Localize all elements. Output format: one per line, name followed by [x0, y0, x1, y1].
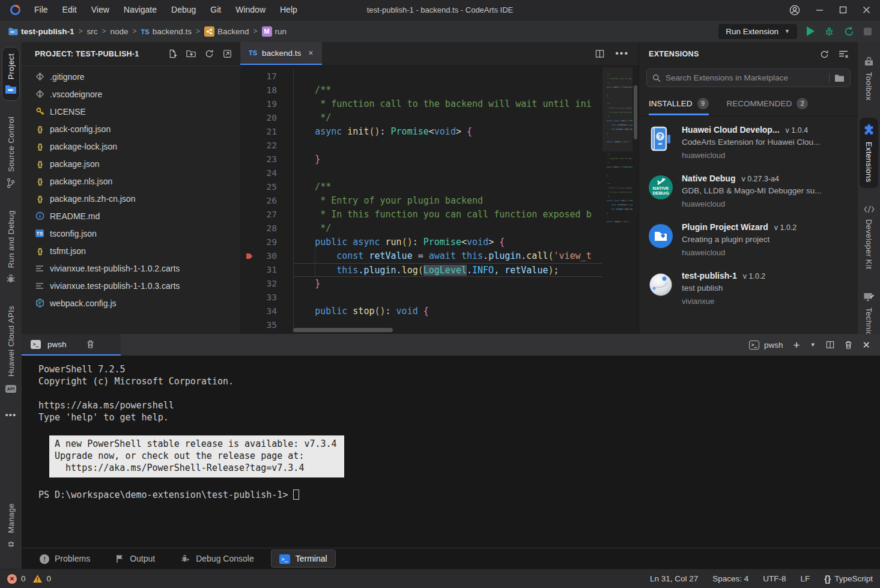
restart-button[interactable]	[844, 26, 854, 37]
line-gutter[interactable]: 23	[240, 153, 293, 166]
terminal-dropdown-icon[interactable]: ▼	[810, 342, 816, 348]
file-item-vivianxue-test-publish-1-1-0-3-carts[interactable]: vivianxue.test-publish-1-1.0.3.carts	[22, 277, 240, 294]
breakpoint-icon[interactable]	[246, 253, 253, 259]
terminal-tab-pwsh[interactable]: >_ pwsh	[22, 334, 121, 356]
file-item-vscodeignore[interactable]: .vscodeignore	[22, 85, 240, 103]
refresh-extensions-icon[interactable]	[820, 50, 829, 59]
reveal-in-explorer-icon[interactable]	[223, 49, 232, 58]
code-text[interactable]: * function call to the backend will wait…	[293, 97, 602, 111]
status-typescript[interactable]: {}TypeScript	[824, 574, 873, 584]
status-spaces-4[interactable]: Spaces: 4	[712, 574, 748, 583]
activity-item-huawei-cloud-apis[interactable]: Huawei Cloud APIsAPI	[2, 300, 20, 399]
line-gutter[interactable]: 17	[240, 70, 293, 83]
run-button[interactable]	[807, 26, 815, 36]
line-gutter[interactable]: 25	[240, 180, 293, 194]
line-gutter[interactable]: 30	[240, 249, 293, 263]
split-editor-icon[interactable]	[595, 49, 604, 58]
line-gutter[interactable]: 32	[240, 277, 293, 291]
right-activity-item-developer-kit[interactable]: Developer Kit	[860, 199, 878, 275]
activity-item-run-and-debug[interactable]: Run and Debug	[2, 204, 20, 290]
right-activity-item-toolbox[interactable]: Toolbox	[860, 50, 878, 107]
file-item-pack-config-json[interactable]: {}pack-config.json	[22, 120, 240, 138]
file-item-vivianxue-test-publish-1-1-0-2-carts[interactable]: vivianxue.test-publish-1-1.0.2.carts	[22, 259, 240, 277]
maximize-button[interactable]	[839, 6, 847, 14]
activity-item-source-control[interactable]: Source Control	[2, 111, 20, 194]
code-text[interactable]: * In this function you can call function…	[293, 208, 602, 222]
code-text[interactable]: * Entry of your plugin backend	[293, 194, 602, 208]
tab-close-icon[interactable]: ×	[308, 48, 313, 58]
line-gutter[interactable]: 19	[240, 97, 293, 111]
file-item-tsconfig-json[interactable]: TStsconfig.json	[22, 225, 240, 242]
line-gutter[interactable]: 29	[240, 235, 293, 249]
close-button[interactable]	[863, 6, 870, 14]
status-utf-8[interactable]: UTF-8	[763, 574, 786, 583]
install-from-file-icon[interactable]	[834, 74, 845, 82]
code-text[interactable]: public stop(): void {	[293, 305, 602, 318]
more-actions-icon[interactable]: •••	[5, 410, 17, 420]
line-gutter[interactable]: 31	[240, 263, 293, 277]
kill-terminal-icon[interactable]	[86, 340, 94, 348]
extension-item-plugin-project-wizard[interactable]: Plugin Project Wizardv 1.0.2Creating a p…	[639, 216, 858, 264]
extensions-search-input[interactable]	[666, 73, 824, 82]
line-gutter[interactable]: 26	[240, 194, 293, 208]
menu-navigate[interactable]: Navigate	[117, 0, 164, 20]
breadcrumb-item-node[interactable]: node	[111, 27, 129, 36]
line-gutter[interactable]: 24	[240, 166, 293, 180]
split-terminal-icon[interactable]	[826, 341, 834, 349]
menu-git[interactable]: Git	[203, 0, 228, 20]
breadcrumb-item-run[interactable]: Mrun	[262, 26, 287, 37]
activity-item-manage[interactable]: Manage	[2, 497, 20, 556]
line-gutter[interactable]: 21	[240, 125, 293, 139]
file-item-gitignore[interactable]: .gitignore	[22, 68, 240, 85]
code-text[interactable]: public async run(): Promise<void> {	[293, 235, 602, 249]
panel-tab-output[interactable]: Output	[107, 550, 163, 567]
activity-item-project[interactable]: Project	[2, 47, 20, 101]
extension-item-test-publish-1[interactable]: test-publish-1v 1.0.2test publishvivianx…	[639, 264, 858, 313]
breadcrumb-item-src[interactable]: src	[87, 27, 98, 36]
code-text[interactable]: this.plugin.log(LogLevel.INFO, retValue)…	[293, 263, 602, 277]
file-item-readme-md[interactable]: README.md	[22, 207, 240, 225]
line-gutter[interactable]: 35	[240, 318, 293, 332]
stop-button[interactable]	[864, 28, 872, 35]
menu-edit[interactable]: Edit	[55, 0, 84, 20]
new-terminal-icon[interactable]: +	[794, 339, 800, 351]
new-folder-icon[interactable]	[186, 49, 196, 58]
menu-file[interactable]: File	[27, 0, 55, 20]
line-gutter[interactable]: 27	[240, 208, 293, 222]
status-lf[interactable]: LF	[801, 574, 810, 583]
extension-item-huawei-cloud-develop[interactable]: ?Huawei Cloud Develop...v 1.0.4CodeArts …	[639, 118, 858, 167]
terminal-output[interactable]: PowerShell 7.2.5Copyright (c) Microsoft …	[22, 356, 880, 548]
menu-debug[interactable]: Debug	[164, 0, 203, 20]
code-text[interactable]: */	[293, 111, 602, 125]
tab-backend-ts[interactable]: TS backend.ts ×	[240, 42, 322, 65]
file-item-package-nls-zh-cn-json[interactable]: {}package.nls.zh-cn.json	[22, 190, 240, 207]
file-item-license[interactable]: LICENSE	[22, 103, 240, 120]
file-item-webpack-config-js[interactable]: webpack.config.js	[22, 294, 240, 312]
extensions-tab-installed[interactable]: INSTALLED9	[649, 93, 709, 115]
extensions-tab-recommended[interactable]: RECOMMENDED2	[727, 93, 809, 115]
account-icon[interactable]	[789, 5, 800, 16]
close-panel-icon[interactable]: ✕	[863, 339, 870, 351]
panel-tab-problems[interactable]: !Problems	[31, 550, 99, 568]
extension-item-native-debug[interactable]: NATIVEDEBUGNative Debugv 0.27.3-a4GDB, L…	[639, 167, 858, 216]
breadcrumb-item-backend[interactable]: Backend	[204, 26, 249, 37]
code-text[interactable]: /**	[293, 180, 602, 194]
terminal-shell-selector[interactable]: >_ pwsh	[749, 341, 783, 350]
kill-terminal-panel-icon[interactable]	[845, 341, 852, 349]
code-text[interactable]: async init(): Promise<void> {	[293, 125, 602, 139]
file-item-package-nls-json[interactable]: {}package.nls.json	[22, 172, 240, 190]
problems-status[interactable]: ✕ 0 0	[7, 574, 51, 584]
debug-button[interactable]	[824, 26, 834, 37]
code-text[interactable]	[293, 139, 602, 153]
line-gutter[interactable]: 34	[240, 305, 293, 318]
code-text[interactable]: const retValue = await this.plugin.call(…	[293, 249, 602, 263]
file-item-package-lock-json[interactable]: {}package-lock.json	[22, 138, 240, 155]
line-gutter[interactable]: 33	[240, 291, 293, 305]
line-gutter[interactable]: 20	[240, 111, 293, 125]
editor-more-actions-icon[interactable]: •••	[615, 48, 629, 59]
line-gutter[interactable]: 22	[240, 139, 293, 153]
right-activity-item-extensions[interactable]: Extensions	[860, 118, 878, 189]
file-item-package-json[interactable]: {}package.json	[22, 155, 240, 172]
code-text[interactable]: */	[293, 222, 602, 235]
code-text[interactable]	[293, 70, 602, 83]
